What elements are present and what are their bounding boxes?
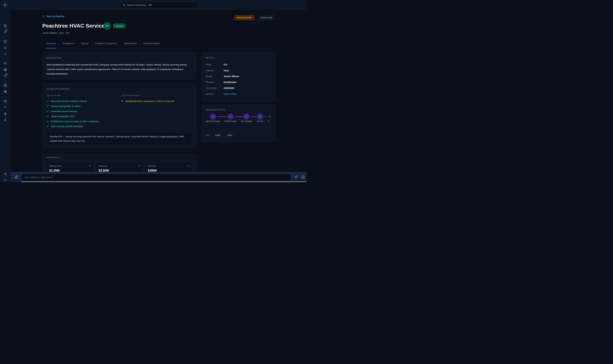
search-icon [123, 4, 125, 6]
edit-pencil-icon[interactable] [187, 165, 190, 167]
check-icon [212, 115, 214, 118]
tab-people-companies[interactable]: People & Companies [95, 42, 117, 48]
people-icon[interactable] [4, 62, 7, 65]
stage-connector [217, 117, 226, 117]
rail-divider [2, 59, 8, 59]
ask-input[interactable] [24, 176, 288, 179]
explore-compass-icon[interactable] [4, 99, 7, 103]
edit-pencil-icon[interactable] [89, 165, 91, 167]
details-card: DETAILS StateGA Industryhvac BrokerJames… [202, 52, 276, 102]
stage-connector [264, 117, 268, 117]
log-out-icon[interactable] [4, 178, 7, 182]
theme-sun-icon[interactable] [4, 172, 7, 176]
criteria-missed-list: Residential B2C component (~40% of reven… [121, 99, 192, 104]
check-icon [47, 115, 49, 117]
check-icon [47, 105, 49, 107]
check-icon [47, 100, 49, 102]
tab-intelligence[interactable]: Intelligence [63, 42, 74, 48]
stage-investigate[interactable] [228, 114, 233, 119]
detail-row-platform: PlatformDealStream [206, 79, 272, 85]
stage-badge-negotiation[interactable]: NEGOTIATION [235, 15, 254, 20]
feeds-rss-icon[interactable] [4, 46, 7, 50]
description-card: DESCRIPTION Well-established residential… [42, 52, 196, 79]
description-text: Well-established residential and commerc… [47, 63, 191, 76]
view-listing-link[interactable]: View Listing [224, 92, 236, 95]
calculator-icon[interactable] [4, 84, 7, 87]
global-search [120, 2, 197, 8]
stage-connector [235, 117, 243, 117]
side-panel-toggle-icon[interactable] [301, 175, 305, 179]
rail-divider [2, 37, 8, 37]
details-label: DETAILS [206, 57, 272, 59]
criteria-met-list: Recurring service contract revenue Owner… [47, 99, 121, 129]
attachment-paperclip-icon[interactable] [15, 175, 18, 179]
criteria-met-item: Essential service industry [47, 109, 121, 114]
score-breakdown-card: SCORE BREAKDOWN CRITERIA MET Recurring s… [42, 83, 196, 148]
add-new-icon[interactable] [4, 52, 7, 56]
pipeline-board-icon[interactable] [4, 39, 7, 43]
check-icon [259, 115, 261, 118]
detail-row-industry: Industryhvac [206, 67, 272, 74]
ai-notification-dot [6, 29, 7, 31]
criteria-met-label: CRITERIA MET [47, 94, 121, 96]
detail-row-broker: BrokerJames Wilson [206, 73, 272, 79]
app-logo-compass-icon[interactable] [2, 1, 9, 8]
home-icon[interactable] [4, 24, 7, 27]
pipeline-status-card: PIPELINE STATUS NEEDS REVIEW INVESTIGATE… [202, 105, 276, 142]
ask-bar [11, 172, 307, 182]
check-icon [47, 110, 49, 112]
score-breakdown-label: SCORE BREAKDOWN [47, 88, 192, 90]
edit-pencil-icon[interactable] [138, 165, 141, 167]
stage-nda-signed[interactable] [244, 114, 249, 119]
detail-row-source: Source View Listing [206, 91, 272, 97]
archive-deal-button[interactable]: Archive Deal [258, 15, 275, 20]
financials-label: FINANCIALS [47, 156, 192, 159]
stage-needs-review[interactable] [210, 114, 216, 119]
tab-financial-model[interactable]: Financial Model [143, 42, 160, 48]
send-icon[interactable] [294, 175, 298, 179]
check-icon [245, 115, 248, 118]
criteria-missed-label: CRITERIA MISSED [121, 94, 192, 96]
criteria-met-item: Recurring service contract revenue [47, 99, 121, 104]
companies-icon[interactable] [4, 68, 7, 71]
web-globe-icon[interactable] [4, 90, 7, 93]
criteria-met-item: Established customer base (1,200+ contra… [47, 119, 121, 124]
tab-activity[interactable]: Activity [81, 42, 89, 48]
left-rail [0, 10, 11, 182]
check-icon [229, 115, 232, 118]
check-icon [47, 120, 49, 123]
stage-label-needs-review: NEEDS REVIEW [204, 120, 222, 122]
deal-subtitle: James Wilson · hvac · GA [42, 31, 69, 34]
exit-lost-button[interactable]: LOST [225, 133, 235, 137]
criteria-missed-item: Residential B2C component (~40% of reven… [121, 99, 192, 104]
score-tier-badge: Strong [113, 24, 126, 28]
x-icon [121, 100, 123, 102]
stage-label-truncated: S [265, 120, 272, 122]
search-input[interactable] [127, 4, 195, 6]
rail-divider [2, 96, 8, 97]
stage-connector [250, 117, 256, 117]
page-title: Peachtree HVAC Services [42, 23, 108, 29]
exit-pass-button[interactable]: PASS [213, 133, 223, 137]
asking-price-value: $1.85M [49, 169, 91, 172]
filters-icon[interactable] [4, 105, 7, 109]
detail-row-state: StateGA [206, 62, 272, 67]
profile-icon[interactable] [4, 118, 7, 122]
tab-bar: Overview Intelligence Activity People & … [42, 42, 276, 48]
main-content: Back to Pipeline Peachtree HVAC Services… [11, 10, 307, 182]
chevron-right-icon [269, 116, 271, 118]
description-label: DESCRIPTION [47, 57, 191, 59]
criteria-met-item: Target geography (GA) [47, 114, 121, 119]
window-bottom-edge [21, 182, 307, 182]
stages-scroll-next-button[interactable] [268, 114, 272, 119]
tab-overview[interactable]: Overview [46, 42, 56, 48]
revenue-value: $2.80M [99, 169, 141, 172]
stage-active[interactable] [257, 114, 263, 119]
exit-label: EXIT [206, 134, 210, 136]
stage-label-investigate: INVESTIGATE [222, 120, 239, 122]
tab-attachments[interactable]: Attachments [124, 42, 137, 48]
ask-input-container [21, 174, 291, 181]
pipeline-status-label: PIPELINE STATUS [206, 109, 276, 111]
back-to-pipeline-link[interactable]: Back to Pipeline [42, 15, 65, 18]
radar-icon[interactable] [4, 112, 7, 115]
